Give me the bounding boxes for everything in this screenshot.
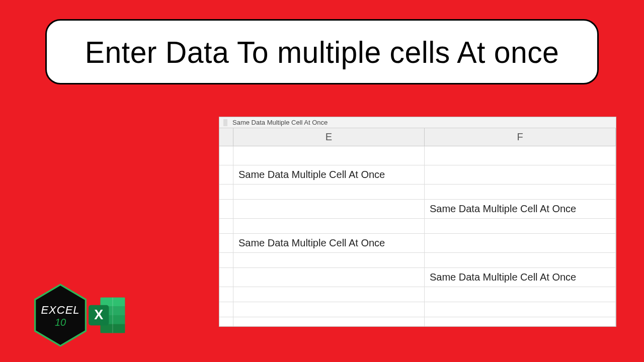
- row-header[interactable]: [219, 146, 233, 165]
- row-header[interactable]: [219, 165, 233, 184]
- cell[interactable]: [233, 287, 425, 302]
- cell[interactable]: [233, 268, 425, 287]
- spreadsheet-panel: Same Data Multiple Cell At Once E F Same…: [219, 117, 616, 327]
- table-row: [219, 185, 616, 200]
- column-header-E[interactable]: E: [233, 128, 425, 146]
- table-row: [219, 253, 616, 268]
- excel10-hex-logo: EXCEL 10: [33, 284, 88, 347]
- cell[interactable]: [233, 185, 425, 199]
- table-row: [219, 287, 616, 302]
- formula-bar[interactable]: Same Data Multiple Cell At Once: [219, 117, 616, 128]
- row-header[interactable]: [219, 317, 233, 326]
- cell[interactable]: Same Data Multiple Cell At Once: [425, 200, 616, 218]
- select-all-corner[interactable]: [219, 128, 233, 146]
- table-row: Same Data Multiple Cell At Once: [219, 165, 616, 185]
- cell[interactable]: [233, 317, 425, 326]
- cell[interactable]: [233, 219, 425, 233]
- row-header[interactable]: [219, 302, 233, 317]
- table-row: [219, 219, 616, 234]
- row-header[interactable]: [219, 287, 233, 302]
- column-header-row: E F: [219, 128, 616, 146]
- formula-bar-text: Same Data Multiple Cell At Once: [232, 119, 328, 126]
- cell[interactable]: [425, 185, 616, 199]
- svg-rect-6: [112, 298, 113, 333]
- cell[interactable]: [425, 287, 616, 302]
- table-row: Same Data Multiple Cell At Once: [219, 200, 616, 219]
- cell[interactable]: [425, 234, 616, 252]
- cell[interactable]: [425, 253, 616, 267]
- cell[interactable]: [233, 146, 425, 165]
- row-header[interactable]: [219, 200, 233, 218]
- cell[interactable]: [233, 200, 425, 218]
- cell[interactable]: [425, 165, 616, 184]
- title-card: Enter Data To multiple cells At once: [45, 19, 599, 84]
- logo-cluster: EXCEL 10 X: [33, 284, 128, 347]
- excel-app-icon: X: [86, 294, 128, 336]
- cell[interactable]: [233, 253, 425, 267]
- table-row: Same Data Multiple Cell At Once: [219, 234, 616, 253]
- table-row: [219, 302, 616, 317]
- cell[interactable]: [425, 302, 616, 317]
- excel-x-letter: X: [94, 307, 103, 322]
- cell[interactable]: [425, 317, 616, 326]
- cell[interactable]: [233, 302, 425, 317]
- cell[interactable]: Same Data Multiple Cell At Once: [233, 165, 425, 184]
- page-title: Enter Data To multiple cells At once: [85, 34, 559, 70]
- cell[interactable]: Same Data Multiple Cell At Once: [425, 268, 616, 287]
- row-header[interactable]: [219, 268, 233, 287]
- hex-logo-bottom-text: 10: [33, 317, 88, 328]
- row-header[interactable]: [219, 253, 233, 267]
- cell[interactable]: [425, 146, 616, 165]
- table-row: [219, 317, 616, 326]
- table-row: [219, 146, 616, 165]
- formula-bar-grip-icon: [223, 119, 227, 126]
- hex-logo-top-text: EXCEL: [33, 304, 88, 317]
- cell[interactable]: Same Data Multiple Cell At Once: [233, 234, 425, 252]
- table-row: Same Data Multiple Cell At Once: [219, 268, 616, 287]
- row-header[interactable]: [219, 219, 233, 233]
- row-header[interactable]: [219, 185, 233, 199]
- cell[interactable]: [425, 219, 616, 233]
- row-header[interactable]: [219, 234, 233, 252]
- column-header-F[interactable]: F: [425, 128, 616, 146]
